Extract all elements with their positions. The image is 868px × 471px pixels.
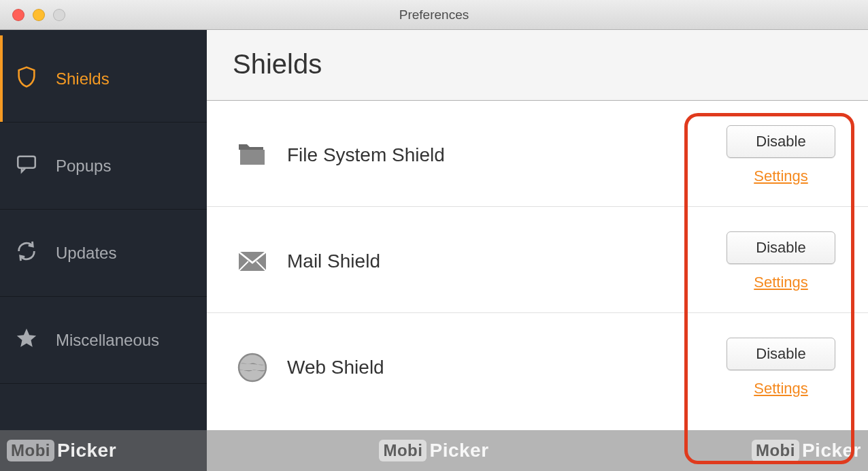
- svg-rect-0: [18, 156, 35, 167]
- content-header: Shields: [207, 30, 868, 101]
- sidebar-item-label: Miscellaneous: [56, 331, 159, 350]
- sidebar-item-label: Popups: [56, 157, 111, 176]
- disable-button[interactable]: Disable: [727, 125, 835, 158]
- svg-point-2: [239, 354, 266, 381]
- shield-label: Web Shield: [287, 357, 720, 378]
- sidebar-item-shields[interactable]: Shields: [0, 35, 207, 123]
- disable-button[interactable]: Disable: [727, 338, 835, 370]
- speech-bubble-icon: [15, 152, 38, 180]
- sidebar-item-label: Shields: [56, 69, 110, 88]
- shield-row-web: Web Shield Disable Settings: [207, 313, 868, 419]
- sidebar-item-popups[interactable]: Popups: [0, 123, 207, 210]
- sidebar: Shields Popups Updates: [0, 30, 207, 471]
- shield-actions: Disable Settings: [720, 338, 842, 397]
- settings-link[interactable]: Settings: [754, 167, 808, 185]
- folder-icon: [233, 139, 272, 172]
- shield-label: Mail Shield: [287, 250, 720, 272]
- sidebar-item-label: Updates: [56, 244, 116, 263]
- shield-actions: Disable Settings: [720, 125, 842, 185]
- globe-icon: [233, 351, 272, 384]
- window-titlebar: Preferences: [0, 0, 868, 30]
- sidebar-item-miscellaneous[interactable]: Miscellaneous: [0, 297, 207, 384]
- maximize-window-button[interactable]: [53, 9, 65, 21]
- sidebar-item-updates[interactable]: Updates: [0, 210, 207, 297]
- shield-actions: Disable Settings: [720, 231, 842, 291]
- shield-label: File System Shield: [287, 144, 720, 166]
- refresh-icon: [15, 240, 38, 267]
- page-title: Shields: [233, 49, 842, 80]
- window-title: Preferences: [0, 7, 868, 22]
- shield-row-file-system: File System Shield Disable Settings: [207, 101, 868, 207]
- minimize-window-button[interactable]: [33, 9, 45, 21]
- disable-button[interactable]: Disable: [727, 231, 835, 264]
- shield-icon: [15, 65, 38, 93]
- settings-link[interactable]: Settings: [754, 274, 808, 291]
- shield-row-mail: Mail Shield Disable Settings: [207, 207, 868, 313]
- content-pane: Shields File System Shield Disable Setti…: [207, 30, 868, 471]
- settings-link[interactable]: Settings: [754, 380, 808, 397]
- shield-list: File System Shield Disable Settings Mail…: [207, 101, 868, 471]
- window-controls: [0, 9, 65, 21]
- close-window-button[interactable]: [12, 9, 24, 21]
- star-icon: [15, 327, 38, 354]
- mail-icon: [233, 245, 272, 278]
